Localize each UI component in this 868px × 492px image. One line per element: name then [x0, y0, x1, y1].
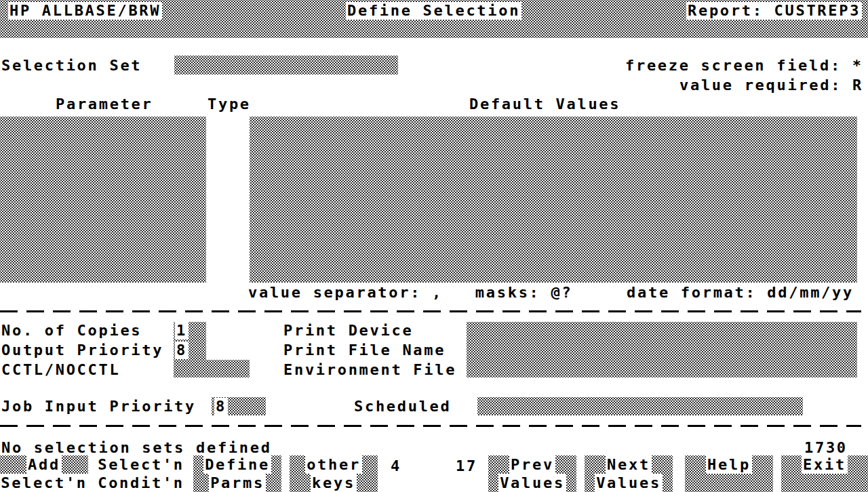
report-label: Report: CUSTREP3	[686, 2, 862, 20]
softkey-f2-selectn-conditn[interactable]: Select'n Condit'n	[97, 455, 185, 492]
softkey-f5-label-line2: Values	[498, 474, 566, 492]
dashed-divider-top	[0, 310, 861, 312]
softkey-f7-label-line1: Help	[706, 455, 752, 474]
job-priority-value: 8	[214, 398, 228, 415]
selection-set-label: Selection Set	[0, 57, 143, 75]
softkey-f3-label-line1: Define	[203, 455, 271, 474]
softkey-f4-other-keys[interactable]: other keys	[290, 455, 378, 492]
type-column-header: Type	[206, 96, 252, 113]
softkey-f6-label-line2: Values	[595, 474, 663, 492]
softkey-f7-help[interactable]: Help	[685, 455, 773, 492]
selection-set-field[interactable]	[174, 56, 398, 75]
softkey-f4-label-line1: other	[305, 455, 362, 474]
copies-label: No. of Copies	[0, 322, 143, 340]
terminal-screen: HP ALLBASE/BRW Define Selection Report: …	[0, 0, 868, 492]
softkey-f6-next-values[interactable]: Next Values	[585, 455, 673, 492]
softkey-f3-label-line2: Parms	[209, 474, 266, 492]
print-device-label: Print Device	[282, 322, 414, 340]
default-values-column-header: Default Values	[468, 96, 622, 113]
softkey-f4-label-line2: keys	[311, 474, 357, 492]
cctl-label: CCTL/NOCCTL	[0, 361, 121, 379]
value-required-note: value required: R	[678, 77, 865, 94]
softkey-f6-label-line1: Next	[606, 455, 652, 474]
screen-title: Define Selection	[346, 2, 521, 20]
softkey-f8-exit[interactable]: Exit	[781, 455, 868, 492]
default-values-field[interactable]	[250, 117, 857, 283]
softkey-bank-number-right: 17	[454, 457, 479, 475]
environment-file-label: Environment File	[282, 361, 458, 379]
softkey-f1-add-selectn[interactable]: Add Select'n	[0, 455, 88, 492]
softkey-f5-label-line1: Prev	[509, 455, 555, 474]
output-priority-value: 8	[175, 342, 189, 359]
softkey-f8-label-line1: Exit	[802, 455, 848, 474]
scheduled-field[interactable]	[477, 397, 803, 415]
time-indicator: 1730	[803, 439, 849, 457]
value-separator-note: value separator: , masks: @? date format…	[247, 284, 855, 302]
copies-value: 1	[175, 322, 189, 340]
app-title: HP ALLBASE/BRW	[8, 2, 162, 20]
output-priority-label: Output Priority	[0, 342, 165, 359]
print-file-name-label: Print File Name	[282, 342, 447, 359]
softkey-f2-label-line2: Condit'n	[96, 474, 186, 492]
cctl-field[interactable]	[174, 360, 250, 377]
parameter-column-header: Parameter	[54, 96, 155, 113]
softkey-f2-label-line1: Select'n	[96, 455, 186, 474]
softkey-f1-label-line2: Select'n	[0, 474, 89, 492]
softkey-f1-label-line1: Add	[26, 455, 62, 474]
softkey-f5-prev-values[interactable]: Prev Values	[488, 455, 576, 492]
softkey-bank-number-left: 4	[389, 457, 403, 475]
dashed-divider-bottom	[0, 425, 861, 427]
freeze-screen-note: freeze screen field: *	[624, 57, 865, 75]
softkey-f3-define-parms[interactable]: Define Parms	[193, 455, 281, 492]
scheduled-label: Scheduled	[353, 398, 453, 415]
print-fields-box[interactable]	[467, 322, 857, 377]
job-priority-label: Job Input Priority	[0, 398, 197, 415]
parameter-field[interactable]	[0, 117, 206, 283]
status-message: No selection sets defined	[0, 439, 273, 457]
